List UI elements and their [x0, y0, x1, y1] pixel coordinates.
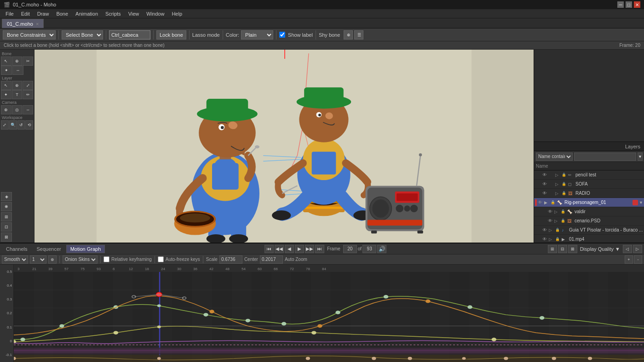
file-tab-close[interactable]: × — [36, 21, 39, 27]
motion-graph-area[interactable]: 3 21 39 57 75 93 6 12 18 24 30 36 42 48 — [14, 265, 644, 362]
bone-tool-1[interactable]: ↖ — [1, 57, 12, 66]
zoom-out-btn[interactable]: - — [634, 255, 642, 264]
layer-expand-cenario[interactable]: ▷ — [554, 219, 561, 223]
pb-fwd[interactable]: ▶▶ — [305, 245, 314, 253]
camera-tool-3[interactable]: ↔ — [23, 105, 33, 114]
svg-text:93: 93 — [97, 267, 101, 271]
layer-expand-valdir[interactable]: ▷ — [554, 209, 561, 214]
camera-tool-1[interactable]: ⊕ — [1, 105, 12, 114]
shy-bone-btn1[interactable]: ⊕ — [344, 30, 353, 40]
total-frames-input[interactable] — [362, 245, 376, 253]
pb-start[interactable]: ⏮ — [264, 245, 274, 253]
pb-sound[interactable]: 🔊 — [377, 245, 386, 253]
file-tab-active[interactable]: 01_C.moho × — [2, 19, 44, 28]
onion-skins-select[interactable]: Onion Skins — [63, 255, 98, 264]
timeline-tab-channels[interactable]: Channels — [2, 245, 31, 253]
relative-keyframing-checkbox[interactable] — [104, 256, 109, 262]
menu-file[interactable]: File — [2, 10, 17, 17]
layer-expand-radio[interactable]: ▷ — [555, 191, 562, 196]
extra-tool-3[interactable]: ⊞ — [1, 212, 12, 221]
layer-tool-6[interactable]: ✏ — [23, 90, 33, 99]
timeline-extra-2[interactable]: ▷ — [633, 245, 642, 253]
center-input[interactable] — [260, 255, 283, 264]
pb-prev-frame[interactable]: ◀◀ — [275, 245, 284, 253]
view-btn-2[interactable]: ⊟ — [558, 245, 567, 253]
timeline-tab-sequencer[interactable]: Sequencer — [32, 245, 65, 253]
bone-constraints-select[interactable]: Bone Constraints — [3, 30, 56, 40]
layer-expand-pencil[interactable]: ▷ — [555, 173, 562, 177]
extra-tool-2[interactable]: ❋ — [1, 202, 12, 211]
shy-bone-btn2[interactable]: ☰ — [354, 30, 363, 40]
layer-tool-5[interactable]: T — [12, 90, 23, 99]
layer-tool-4[interactable]: ✦ — [1, 90, 12, 99]
lock-bone-button[interactable]: Lock bone — [156, 30, 186, 40]
smooth-btn[interactable]: ⊕ — [48, 255, 57, 264]
layer-expand-mp4[interactable]: ▷ — [549, 237, 555, 242]
extra-tool-4[interactable]: ⊡ — [1, 222, 12, 232]
layer-mp4[interactable]: 👁 ▷ 🔒 ▶ 01.mp4 — [534, 235, 644, 243]
layer-expand-sofa[interactable]: ▷ — [555, 182, 562, 187]
menu-animation[interactable]: Animation — [72, 10, 102, 17]
close-button[interactable]: ✕ — [634, 1, 640, 8]
pb-back[interactable]: ◀ — [285, 245, 294, 253]
layer-guia-vt[interactable]: 👁 ▷ 🔒 ♪ Guia VT Pisolar - torcida - Bura… — [534, 226, 644, 235]
select-bone-select[interactable]: Select Bone — [62, 30, 103, 40]
layer-radio[interactable]: 👁 ▷ 🔒 🖼 RADIO — [534, 189, 644, 198]
app-icon: 🎬 — [4, 2, 10, 8]
timeline-tab-motion-graph[interactable]: Motion Graph — [66, 245, 105, 253]
layer-tool-1[interactable]: ↖ — [1, 81, 12, 90]
scale-input[interactable] — [219, 255, 242, 264]
layer-valdir[interactable]: 👁 ▷ 🔒 🦴 valdir — [534, 207, 644, 216]
layer-cenario[interactable]: 👁 ▷ 🔒 🖼 cenario.PSD — [534, 216, 644, 226]
camera-tool-2[interactable]: ◎ — [12, 105, 23, 114]
menu-view[interactable]: View — [125, 10, 143, 17]
workspace-tool-4[interactable]: ⟲ — [25, 120, 33, 130]
workspace-tool-1[interactable]: ⤢ — [1, 120, 9, 130]
maximize-button[interactable]: □ — [626, 1, 632, 8]
minimize-button[interactable]: ─ — [617, 1, 624, 8]
layers-search-input[interactable] — [574, 153, 636, 161]
bone-tool-3[interactable]: ✂ — [23, 57, 33, 66]
bone-tool-5[interactable]: ↔ — [12, 66, 23, 75]
auto-freeze-checkbox[interactable] — [158, 256, 164, 262]
menu-bone[interactable]: Bone — [52, 10, 72, 17]
layers-btn-1[interactable]: ▼ — [638, 153, 643, 161]
svg-point-117 — [282, 322, 286, 326]
bone-tool-2[interactable]: ⊕ — [12, 57, 23, 66]
layer-pencil-test[interactable]: 👁 ▷ 🔒 ✏ pencil test — [534, 170, 644, 180]
smooth-select[interactable]: Smooth — [2, 255, 28, 264]
bone-name-input[interactable] — [109, 30, 150, 40]
view-btn-1[interactable]: ⊞ — [548, 245, 557, 253]
auto-zoom-btn[interactable]: Auto Zoom — [285, 257, 307, 262]
timeline-extra-1[interactable]: ◁ — [623, 245, 632, 253]
layer-expand-rig[interactable]: ▶ — [544, 200, 551, 205]
view-btn-3[interactable]: ⊠ — [568, 245, 577, 253]
layer-expand-guia[interactable]: ▷ — [549, 228, 555, 232]
canvas-area[interactable] — [34, 50, 534, 243]
camera-tools-row: ⊕ ◎ ↔ — [1, 105, 33, 114]
extra-tool-5[interactable]: ⊠ — [1, 232, 12, 242]
zoom-in-btn[interactable]: + — [625, 255, 633, 264]
workspace-tool-3[interactable]: ↺ — [17, 120, 25, 130]
layer-sofa[interactable]: 👁 ▷ 🔒 ◻ SOFA — [534, 180, 644, 189]
pb-end[interactable]: ⏭ — [315, 245, 324, 253]
menu-edit[interactable]: Edit — [17, 10, 34, 17]
menu-scripts[interactable]: Scripts — [102, 10, 125, 17]
menu-draw[interactable]: Draw — [34, 10, 53, 17]
menu-window[interactable]: Window — [143, 10, 168, 17]
layer-tool-2[interactable]: ⊕ — [12, 81, 23, 90]
smooth-value-select[interactable]: 1 — [30, 255, 46, 264]
display-quality-select[interactable]: Display Quality ▼ — [580, 246, 620, 252]
menu-help[interactable]: Help — [168, 10, 186, 17]
frame-input[interactable] — [343, 245, 357, 253]
color-select[interactable]: Plain — [241, 30, 273, 40]
layer-tool-3[interactable]: ⤢ — [23, 81, 33, 90]
name-contains-select[interactable]: Name contains... — [536, 153, 573, 161]
pb-play[interactable]: ▶ — [295, 245, 304, 253]
bone-tool-4[interactable]: ✦ — [1, 66, 12, 75]
show-label-checkbox[interactable] — [279, 32, 285, 38]
workspace-tool-2[interactable]: 🔍 — [9, 120, 17, 130]
layer-rig-personagem[interactable]: 👁 ▶ 🔒 🦴 Rig-personagem_01 ▼ — [534, 198, 644, 207]
svg-point-129 — [317, 324, 322, 328]
extra-tool-1[interactable]: ◈ — [1, 192, 12, 201]
